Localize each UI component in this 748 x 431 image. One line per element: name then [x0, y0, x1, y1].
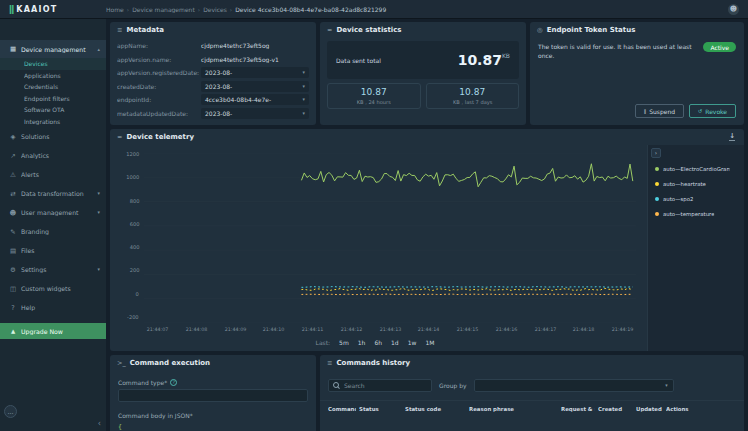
column-header: Actions — [666, 405, 692, 411]
total-value-number: 10.87 — [458, 52, 502, 68]
support-chat-fab[interactable]: … — [4, 405, 17, 418]
legend-item[interactable]: auto—spo2 — [655, 195, 737, 202]
sidebar-item-integrations[interactable]: Integrations — [0, 116, 106, 128]
breadcrumb-separator: › — [198, 6, 200, 13]
stat-cell-caption: KB , last 7 days — [433, 99, 511, 105]
legend-item[interactable]: auto—ElectroCardioGram — [655, 165, 737, 172]
time-range-links: 5m1h6h1d1w1M — [339, 339, 434, 346]
y-axis-tick: 1200 — [126, 151, 139, 157]
sidebar-item-help[interactable]: ? Help — [0, 298, 106, 317]
breadcrumb-current-device[interactable]: Device 4cce3b04-08b4-4e7e-ba08-42ad8c821… — [235, 6, 386, 13]
metadata-row[interactable]: appVersion.registeredDate: 2023-08- ▾ — [110, 66, 316, 80]
legend-item[interactable]: auto—heartrate — [655, 180, 737, 187]
sidebar-item-branding[interactable]: ✎ Branding — [0, 222, 106, 241]
time-range-link[interactable]: 1h — [358, 339, 366, 346]
sidebar-item-icon: ⇄ — [9, 190, 17, 198]
sidebar-item-credentials[interactable]: Credentials — [0, 81, 106, 93]
legend-collapse-button[interactable]: › — [651, 148, 661, 158]
sidebar-item-upgrade-now[interactable]: ▲ Upgrade Now — [0, 323, 106, 339]
search-box[interactable] — [328, 379, 432, 392]
metadata-card: ≡ Metadata appName: cjdpme4tethc73eft5og… — [110, 22, 316, 125]
sidebar-item-user-management[interactable]: ☻ User management ▾ — [0, 203, 106, 222]
bottom-cards-row: >_ Command execution Command type* ? Com… — [110, 355, 744, 431]
chevron-icon: ▾ — [98, 267, 100, 272]
sidebar-item-solutions[interactable]: ◈ Solutions — [0, 127, 106, 146]
data-sent-total-label: Data sent total — [336, 57, 381, 64]
sidebar-item-applications[interactable]: Applications — [0, 70, 106, 82]
command-body-label: Command body in JSON* — [118, 412, 193, 419]
info-icon[interactable]: ? — [170, 379, 177, 386]
column-header: Reason phrase — [469, 405, 552, 411]
legend-dot-icon — [655, 167, 659, 171]
breadcrumb-separator: › — [230, 6, 232, 13]
commands-history-controls: Group by ▾ — [320, 371, 744, 400]
breadcrumb: Home › Device management › Devices › Dev… — [106, 6, 728, 13]
metadata-row-value-text: 4cce3b04-08b4-4e7e- — [205, 96, 271, 103]
breadcrumb-separator: › — [127, 6, 129, 13]
token-actions: ∥ Suspend ↺ Revoke — [538, 104, 736, 118]
command-body-label-row: Command body in JSON* — [118, 412, 308, 419]
y-axis-tick: 0 — [136, 290, 139, 296]
command-type-input[interactable] — [118, 389, 308, 402]
breadcrumb-home[interactable]: Home — [106, 6, 124, 13]
metadata-row-value-text: cjdpme4tethc73eft5og-v1 — [201, 56, 279, 63]
revoke-icon: ↺ — [698, 108, 702, 114]
download-icon[interactable]: ↓ — [729, 133, 735, 141]
time-range-link[interactable]: 6h — [374, 339, 382, 346]
user-avatar[interactable]: ☻ — [728, 4, 739, 15]
sidebar-item-alerts[interactable]: ⚠ Alerts — [0, 165, 106, 184]
metadata-row[interactable]: createdDate: 2023-08- ▾ — [110, 80, 316, 94]
sidebar-item-label: Settings — [21, 266, 94, 273]
y-axis-tick: 800 — [129, 197, 139, 203]
suspend-button[interactable]: ∥ Suspend — [635, 104, 684, 118]
breadcrumb-devices[interactable]: Devices — [203, 6, 227, 13]
commands-search-input[interactable] — [344, 382, 427, 389]
time-range-link[interactable]: 1M — [425, 339, 434, 346]
revoke-button[interactable]: ↺ Revoke — [689, 104, 736, 118]
time-range-link[interactable]: 5m — [339, 339, 349, 346]
metadata-row-value-text: 2023-08- — [205, 69, 232, 76]
x-axis-tick: 21:44:09 — [224, 326, 246, 332]
y-axis-tick: 200 — [129, 267, 139, 273]
sidebar-item-label: Applications — [24, 72, 96, 79]
brand-logo[interactable]: ǁ KAAIOT — [0, 5, 106, 14]
sidebar-item-settings[interactable]: ⚙ Settings ▾ — [0, 260, 106, 279]
x-axis-tick: 21:44:13 — [379, 326, 401, 332]
sidebar-collapse-button[interactable]: ‹ — [98, 419, 101, 428]
legend-dot-icon — [655, 212, 659, 216]
breadcrumb-device-management[interactable]: Device management — [132, 6, 195, 13]
sidebar-item-devices[interactable]: Devices — [0, 58, 106, 70]
legend-dot-icon — [655, 197, 659, 201]
metadata-row[interactable]: appName: cjdpme4tethc73eft5og — [110, 39, 316, 53]
metadata-row-value: 2023-08- ▾ — [201, 108, 309, 119]
metadata-row-value-text: 2023-08- — [205, 83, 232, 90]
sidebar-item-endpoint-filters[interactable]: Endpoint filters — [0, 93, 106, 105]
time-range-link[interactable]: 1d — [391, 339, 399, 346]
chevron-icon: ▴ — [98, 47, 100, 52]
breadcrumb-segment: Device management › — [132, 6, 200, 13]
sidebar-item-software-ota[interactable]: Software OTA — [0, 104, 106, 116]
main-content: ≡ Metadata appName: cjdpme4tethc73eft5og… — [106, 18, 748, 431]
sidebar-item-files[interactable]: ▤ Files — [0, 241, 106, 260]
time-range-link[interactable]: 1w — [408, 339, 417, 346]
command-body-editor[interactable]: { — [118, 422, 308, 431]
sidebar-item-custom-widgets[interactable]: ◫ Custom widgets — [0, 279, 106, 298]
sidebar-item-label: Data transformation — [21, 190, 94, 197]
sidebar-item-data-transformation[interactable]: ⇄ Data transformation ▾ — [0, 184, 106, 203]
stat-cell-caption: KB , 24 hours — [335, 99, 413, 105]
sidebar-item-device-management[interactable]: ▦ Device management ▴ — [0, 40, 106, 58]
chevron-down-icon: ▾ — [303, 111, 305, 116]
group-by-select[interactable]: ▾ — [474, 379, 674, 392]
device-telemetry-card: ≈ Device telemetry ↓ 1200100080060040020… — [110, 129, 744, 351]
top-cards-row: ≡ Metadata appName: cjdpme4tethc73eft5og… — [110, 22, 744, 125]
metadata-row[interactable]: metadataUpdatedDate: 2023-08- ▾ — [110, 107, 316, 121]
legend-item[interactable]: auto—temperature — [655, 210, 737, 217]
metadata-row[interactable]: endpointId: 4cce3b04-08b4-4e7e- ▾ — [110, 93, 316, 107]
sidebar-item-analytics[interactable]: ↗ Analytics — [0, 146, 106, 165]
key-icon: ◎ — [537, 26, 543, 34]
token-card-title: Endpoint Token Status — [547, 26, 636, 34]
brand-logo-icon: ǁ — [9, 5, 14, 14]
metadata-row[interactable]: appVersion.name: cjdpme4tethc73eft5og-v1 — [110, 53, 316, 67]
sidebar-item-label: Branding — [21, 228, 96, 235]
token-card-header: ◎ Endpoint Token Status — [530, 22, 744, 38]
